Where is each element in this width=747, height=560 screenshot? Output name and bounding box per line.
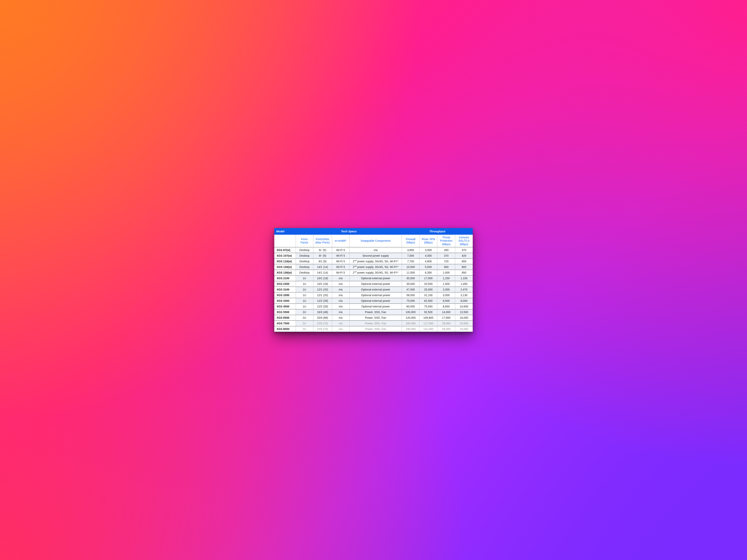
table-cell: 12/1 (20) [313,292,332,298]
table-cell: XGS 126(w) [274,264,296,270]
table-cell: 19,500 [455,321,473,326]
table-cell: 1,500 [437,281,455,287]
table-cell: 3,000 [437,292,455,298]
table-cell: n/a [350,247,402,253]
group-header-row: Model Tech Specs Throughput [274,228,473,235]
table-cell: 11,500 [402,270,419,275]
specs-table: Model Tech Specs Throughput FormFactor P… [274,228,473,332]
table-cell: Desktop [296,253,313,259]
table-cell: Optional external power [350,281,402,287]
col-ports: Ports/Slots(Max Ports) [313,235,332,247]
table-cell: 2,470 [455,287,473,292]
table-cell: 58,000 [402,292,419,298]
col-ipsec: IPsec VPN(Mbps) [419,235,437,247]
table-cell: n/a [332,281,350,287]
table-cell: n/a [332,304,350,309]
table-cell: Power, SSD, Fan [350,315,402,321]
table-cell: Wi-Fi 5 [332,270,350,275]
table-cell: 4,000 [419,253,437,259]
table-cell: 5,500 [419,264,437,270]
table-cell: Optional external power [350,292,402,298]
table-cell: 1U [296,298,313,304]
table-cell: 7,000 [402,253,419,259]
col-w-model: w-model* [332,235,350,247]
table-row: XGS 31001U12/1 (20)n/aOptional external … [274,287,473,292]
table-cell: 75,000 [402,298,419,304]
table-cell: 2U [296,321,313,326]
table-cell: 141,000 [419,326,437,332]
table-cell: 2nd power supply, 3G/4G, 5G, Wi-Fi** [350,259,402,264]
specs-table-card: Model Tech Specs Throughput FormFactor P… [274,228,473,332]
table-cell: Desktop [296,270,313,275]
table-cell: 109,800 [419,315,437,321]
table-cell: XGS 107(w) [274,253,296,259]
table-cell: 4,800 [419,259,437,264]
table-cell: XGS 2100 [274,275,296,281]
table-cell: 12/1 (20) [313,287,332,292]
table-row: XGS 55002U16/3 (48)n/aPower, SSD, Fan100… [274,309,473,315]
table-cell: 26,000 [437,321,455,326]
table-cell: Power, SSD, Fan [350,321,402,326]
group-header-model: Model [274,228,296,235]
table-row: XGS 126(w)Desktop14/1 (14)Wi-Fi 52nd pow… [274,264,473,270]
table-cell: 375 [455,247,473,253]
table-cell: 160,000 [402,321,419,326]
table-cell: 22/4 (70) [313,326,332,332]
table-cell: 2U [296,315,313,321]
table-cell: 5/- (5) [313,247,332,253]
table-cell: 22/4 (70) [313,321,332,326]
table-cell: 7,700 [402,259,419,264]
table-cell: 25,000 [419,287,437,292]
table-cell: 120,000 [402,315,419,321]
table-row: XGS 33001U12/1 (20)n/aOptional external … [274,292,473,298]
table-cell: 800 [455,264,473,270]
table-cell: 1U [296,281,313,287]
table-row: XGS 85002U22/4 (70)n/aPower, SSD, Fan190… [274,326,473,332]
table-cell: Desktop [296,259,313,264]
table-cell: 12/2 (28) [313,304,332,309]
table-cell: 30,000 [402,275,419,281]
table-cell: 280 [437,247,455,253]
table-cell: n/a [332,298,350,304]
table-cell: n/a [332,315,350,321]
table-cell: 24,000 [455,326,473,332]
table-cell: 14/1 (14) [313,270,332,275]
table-cell: 6,350 [419,270,437,275]
table-cell: 1U [296,287,313,292]
table-cell: 3,850 [402,247,419,253]
table-cell: 650 [455,259,473,264]
table-cell: 75,550 [419,304,437,309]
table-row: XGS 87(w)Desktop5/- (5)Wi-Fi 5n/a3,8503,… [274,247,473,253]
table-cell: XGS 3100 [274,287,296,292]
table-cell: 2nd power supply, 3G/4G, 5G, Wi-Fi** [350,270,402,275]
col-swappable: Swappable Components [350,235,402,247]
table-cell: 1,100 [455,275,473,281]
table-cell: 16/3 (48) [313,309,332,315]
table-cell: 8,000 [455,298,473,304]
table-cell: Second power supply [350,253,402,259]
table-row: XGS 136(w)Desktop14/1 (14)Wi-Fi 52nd pow… [274,270,473,275]
group-header-tech-specs: Tech Specs [296,228,402,235]
table-cell: 6,500 [437,298,455,304]
col-firewall: Firewall(Mbps) [402,235,419,247]
table-cell: 117,000 [419,321,437,326]
table-cell: 31,100 [419,292,437,298]
table-cell: 16,000 [455,315,473,321]
table-cell: 12/2 (28) [313,298,332,304]
table-cell: Optional internal power [350,304,402,309]
table-cell: n/a [332,309,350,315]
table-cell: 10/1 (18) [313,281,332,287]
table-row: XGS 21001U10/1 (18)n/aOptional external … [274,275,473,281]
table-cell: XGS 4500 [274,304,296,309]
table-cell: 950 [455,270,473,275]
table-cell: 20,500 [419,281,437,287]
table-row: XGS 65002U20/4 (68)n/aPower, SSD, Fan120… [274,315,473,321]
group-header-throughput: Throughput [402,228,473,235]
table-cell: 1U [296,292,313,298]
table-cell: Optional external power [350,298,402,304]
table-cell: Desktop [296,247,313,253]
table-cell: n/a [332,292,350,298]
table-cell: 1U [296,275,313,281]
table-cell: 10,600 [455,304,473,309]
table-cell: 9/1 (9) [313,259,332,264]
